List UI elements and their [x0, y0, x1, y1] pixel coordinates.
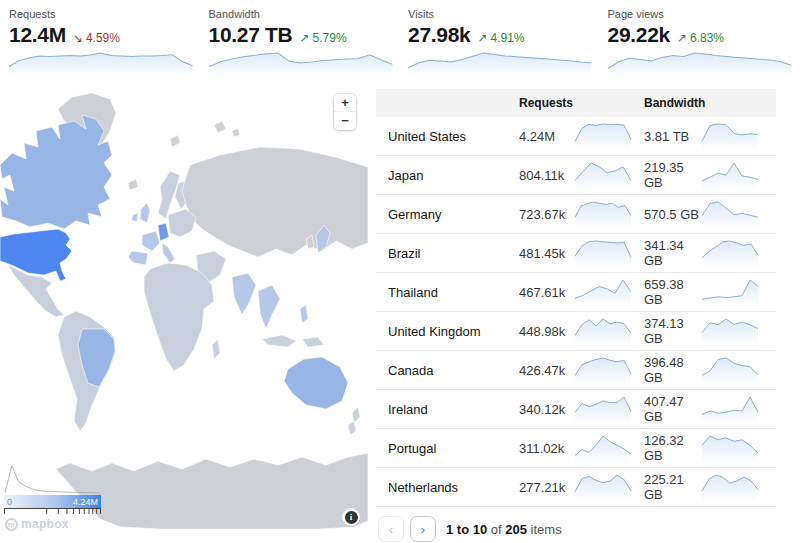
country-ireland: [131, 213, 138, 222]
bandwidth-sparkline: [701, 472, 759, 502]
map-zoom-controls: + −: [334, 94, 356, 130]
trend-arrow-icon: ↗: [477, 31, 487, 45]
bandwidth-value: 659.38 GB: [644, 277, 701, 307]
country-name: Brazil: [388, 246, 519, 261]
requests-sparkline: [574, 238, 632, 268]
map-zoom-in-button[interactable]: +: [334, 94, 356, 112]
table-row[interactable]: Ireland 340.12k 407.47 GB: [376, 390, 776, 429]
requests-column-header: Requests: [519, 96, 574, 110]
country-name: Thailand: [388, 285, 519, 300]
map-attribution-info-button[interactable]: i: [342, 508, 360, 526]
pagination: ‹ › 1 to 10 of 205 items: [376, 516, 776, 542]
table-row[interactable]: Germany 723.67k 570.5 GB: [376, 195, 776, 234]
bandwidth-value: 3.81 TB: [644, 129, 701, 144]
bandwidth-sparkline: [701, 199, 759, 229]
country-name: Canada: [388, 363, 519, 378]
countries-table: Requests Bandwidth United States 4.24M 3…: [376, 87, 776, 542]
kpi-label: Requests: [8, 6, 194, 23]
arctic-islands-2: [214, 121, 226, 133]
region-iberia: [128, 251, 148, 265]
kpi-delta-percent: 4.59%: [86, 31, 120, 45]
requests-value: 467.61k: [519, 285, 574, 300]
kpi-sparkline: [607, 50, 793, 77]
requests-sparkline: [574, 316, 632, 346]
bandwidth-value: 374.13 GB: [644, 316, 701, 346]
table-row[interactable]: Canada 426.47k 396.48 GB: [376, 351, 776, 390]
country-name: Germany: [388, 207, 519, 222]
kpi-sparkline: [8, 50, 194, 77]
country-philippines: [300, 305, 308, 323]
requests-value: 311.02k: [519, 441, 574, 456]
bandwidth-sparkline: [701, 394, 759, 424]
requests-value: 277.21k: [519, 480, 574, 495]
mapbox-logo[interactable]: m mapbox: [5, 517, 69, 531]
table-row[interactable]: Brazil 481.45k 341.34 GB: [376, 234, 776, 273]
country-germany: [158, 223, 169, 241]
requests-sparkline: [574, 355, 632, 385]
requests-value: 448.98k: [519, 324, 574, 339]
trend-arrow-icon: ↘: [73, 31, 83, 45]
bandwidth-value: 407.47 GB: [644, 394, 701, 424]
country-united-states: [0, 229, 72, 281]
country-iceland: [128, 179, 138, 190]
legend-histogram: [4, 464, 101, 495]
previous-page-button[interactable]: ‹: [378, 516, 404, 542]
country-italy: [162, 243, 175, 263]
kpi-delta-percent: 6.83%: [690, 31, 724, 45]
table-row[interactable]: Japan 804.11k 219.35 GB: [376, 156, 776, 195]
table-row[interactable]: Thailand 467.61k 659.38 GB: [376, 273, 776, 312]
country-name: United Kingdom: [388, 324, 519, 339]
country-name: Netherlands: [388, 480, 519, 495]
kpi-delta-percent: 4.91%: [491, 31, 525, 45]
bandwidth-sparkline: [701, 277, 759, 307]
bandwidth-value: 570.5 GB: [644, 207, 701, 222]
kpi-value: 29.22k: [608, 23, 670, 47]
kpi-label: Bandwidth: [208, 6, 394, 23]
region-indonesia: [262, 335, 296, 347]
kpi-label: Page views: [607, 6, 793, 23]
info-icon: i: [345, 511, 358, 524]
bandwidth-sparkline: [701, 433, 759, 463]
table-header-row: Requests Bandwidth: [376, 89, 776, 117]
table-row[interactable]: Netherlands 277.21k 225.21 GB: [376, 468, 776, 507]
kpi-delta: ↗ 5.79%: [299, 31, 346, 45]
bandwidth-value: 225.21 GB: [644, 472, 701, 502]
kpi-sparkline: [208, 50, 394, 77]
pagination-status: 1 to 10 of 205 items: [446, 522, 562, 537]
mapbox-logo-text: mapbox: [21, 517, 69, 531]
bandwidth-sparkline: [701, 355, 759, 385]
country-canada: [0, 115, 112, 229]
kpi-value: 10.27 TB: [209, 23, 293, 47]
kpi-card: Visits 27.98k ↗ 4.91%: [407, 6, 593, 86]
country-name: Portugal: [388, 441, 519, 456]
kpi-card: Bandwidth 10.27 TB ↗ 5.79%: [208, 6, 394, 86]
kpi-sparkline: [407, 50, 593, 77]
requests-value: 426.47k: [519, 363, 574, 378]
kpi-delta: ↗ 6.83%: [677, 31, 724, 45]
table-row[interactable]: United Kingdom 448.98k 374.13 GB: [376, 312, 776, 351]
requests-sparkline: [574, 433, 632, 463]
continent-africa: [144, 263, 214, 371]
region-indonesia-2: [302, 337, 324, 347]
pagination-total: 205: [505, 522, 527, 537]
requests-value: 723.67k: [519, 207, 574, 222]
map-zoom-out-button[interactable]: −: [334, 112, 356, 130]
requests-sparkline: [574, 472, 632, 502]
kpi-delta: ↘ 4.59%: [73, 31, 120, 45]
country-france: [142, 231, 160, 251]
table-row[interactable]: Portugal 311.02k 126.32 GB: [376, 429, 776, 468]
table-row[interactable]: United States 4.24M 3.81 TB: [376, 117, 776, 156]
country-new-zealand: [352, 407, 360, 423]
legend-max-label: 4.24M: [73, 497, 98, 507]
country-india: [232, 273, 256, 315]
next-page-button[interactable]: ›: [410, 516, 436, 542]
continent-antarctica: [56, 453, 368, 529]
requests-sparkline: [574, 121, 632, 151]
country-australia: [284, 357, 348, 409]
requests-value: 4.24M: [519, 129, 574, 144]
kpi-label: Visits: [407, 6, 593, 23]
table-body: United States 4.24M 3.81 TB Japan 804.11…: [376, 117, 776, 507]
arctic-islands-3: [232, 128, 240, 137]
country-new-zealand-south: [348, 421, 356, 435]
bandwidth-sparkline: [701, 121, 759, 151]
